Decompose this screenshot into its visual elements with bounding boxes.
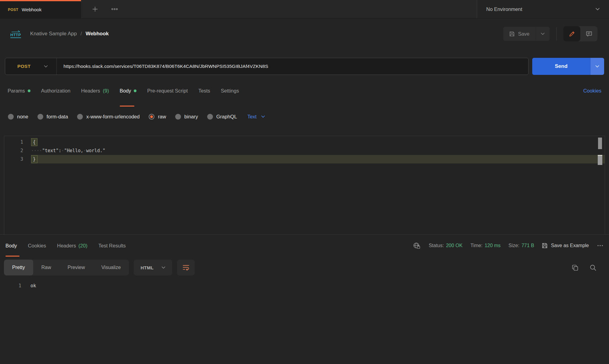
tab-body[interactable]: Body [120, 75, 137, 107]
response-options-button[interactable] [597, 244, 604, 247]
tab-params[interactable]: Params [8, 75, 30, 107]
response-section: Body Cookies Headers (20) Test Results S… [0, 234, 609, 290]
radio-x-www-form-urlencoded[interactable]: x-www-form-urlencoded [77, 114, 140, 120]
wrap-text-button[interactable] [177, 260, 195, 275]
doc-comment-toolbar [563, 26, 597, 41]
pencil-icon [569, 31, 575, 37]
save-icon [509, 31, 515, 37]
header-actions: Save [503, 26, 597, 41]
editor-line: 2 ····"text":·"Hello,·world." [4, 146, 605, 155]
tab-settings[interactable]: Settings [221, 75, 239, 107]
more-options-icon [597, 244, 604, 247]
breadcrumb: Knative Sample App / Webhook [30, 31, 109, 37]
radio-raw[interactable]: raw [149, 114, 166, 120]
tab-options-button[interactable] [111, 8, 118, 11]
request-header-row: HTTP Knative Sample App / Webhook Save [0, 19, 609, 49]
save-button[interactable]: Save [503, 27, 536, 41]
radio-circle-icon [8, 114, 14, 120]
send-options-button[interactable] [590, 58, 604, 75]
top-tab-bar: POST Webhook No Environment [0, 0, 609, 19]
search-button[interactable] [590, 264, 597, 271]
response-meta: Status: 200 OK Time: 120 ms Size: 771 B … [413, 242, 604, 249]
request-bar: POST https://hooks.slack.com/services/T0… [5, 58, 604, 75]
tab-headers[interactable]: Headers (9) [81, 75, 109, 107]
response-headers-count-badge: (20) [79, 243, 87, 249]
radio-circle-icon [207, 114, 213, 120]
editor-scrollbar[interactable] [598, 136, 602, 234]
new-tab-button[interactable] [91, 5, 99, 13]
response-tab-test-results[interactable]: Test Results [98, 235, 126, 257]
response-format-selector[interactable]: HTML [134, 260, 172, 275]
globe-lock-icon [413, 242, 421, 249]
environment-selector[interactable]: No Environment [477, 0, 609, 18]
plus-icon [91, 5, 99, 13]
green-dot-indicator [28, 89, 30, 92]
radio-binary[interactable]: binary [175, 114, 198, 120]
tab-pre-request-script[interactable]: Pre-request Script [147, 75, 188, 107]
chevron-down-icon [595, 65, 599, 68]
scrollbar-thumb[interactable] [598, 138, 602, 149]
scrollbar-cursor-marker [598, 155, 602, 165]
size-badge: Size: 771 B [508, 243, 534, 248]
editor-line-active: 3 } [4, 155, 605, 163]
whitespace-dots: ···· [31, 148, 42, 153]
chevron-down-icon [595, 8, 600, 11]
request-body-editor[interactable]: 1 { 2 ····"text":·"Hello,·world." 3 } [4, 136, 605, 234]
chevron-down-icon [261, 115, 265, 118]
response-body-text: ok [21, 282, 36, 290]
environment-label: No Environment [486, 6, 522, 12]
status-value: 200 OK [446, 243, 462, 248]
save-button-label: Save [518, 31, 529, 37]
tab-tests[interactable]: Tests [198, 75, 210, 107]
view-visualize-button[interactable]: Visualize [93, 260, 129, 275]
comment-icon [586, 31, 592, 37]
breadcrumb-collection[interactable]: Knative Sample App [30, 31, 77, 37]
bracket-match-highlight: { [31, 138, 37, 146]
editor-line: 1 { [4, 138, 605, 146]
response-actions [572, 264, 605, 271]
network-info-button[interactable] [413, 242, 421, 249]
tab-strip [81, 0, 477, 18]
view-raw-button[interactable]: Raw [33, 260, 59, 275]
headers-count-badge: (9) [103, 88, 109, 94]
time-value: 120 ms [485, 243, 501, 248]
url-input[interactable]: https://hooks.slack.com/services/T06TD83… [57, 64, 268, 69]
request-tab[interactable]: POST Webhook [0, 0, 81, 18]
breadcrumb-request-name[interactable]: Webhook [86, 31, 109, 37]
radio-selected-icon [150, 115, 153, 118]
http-request-icon: HTTP [10, 30, 21, 38]
tab-authorization[interactable]: Authorization [41, 75, 70, 107]
comments-button[interactable] [580, 26, 597, 41]
view-preview-button[interactable]: Preview [59, 260, 93, 275]
radio-circle-icon [175, 114, 181, 120]
copy-button[interactable] [572, 264, 579, 271]
method-selector[interactable]: POST [5, 58, 56, 75]
whitespace-dot: · [83, 148, 86, 153]
save-icon [542, 243, 547, 248]
response-tab-cookies[interactable]: Cookies [28, 235, 46, 257]
green-dot-indicator [134, 89, 136, 92]
response-tab-headers[interactable]: Headers (20) [57, 235, 87, 257]
line-number: 1 [0, 282, 21, 290]
radio-none[interactable]: none [8, 114, 28, 120]
cookies-link[interactable]: Cookies [583, 88, 601, 94]
save-options-button[interactable] [536, 27, 550, 41]
radio-graphql[interactable]: GraphQL [207, 114, 237, 120]
radio-form-data[interactable]: form-data [37, 114, 68, 120]
send-button[interactable]: Send [532, 58, 590, 75]
response-tabs: Body Cookies Headers (20) Test Results S… [0, 235, 609, 257]
wrap-text-icon [182, 264, 189, 271]
method-label: POST [17, 64, 30, 69]
raw-language-selector[interactable]: Text [247, 114, 265, 120]
search-icon [590, 264, 597, 271]
chevron-down-icon [541, 33, 545, 35]
tab-method-badge: POST [8, 8, 18, 12]
edit-request-button[interactable] [563, 26, 580, 41]
radio-circle-icon [77, 114, 83, 120]
save-as-example-button[interactable]: Save as Example [542, 243, 589, 248]
size-value: 771 B [522, 243, 534, 248]
view-pretty-button[interactable]: Pretty [4, 260, 33, 275]
response-tab-body[interactable]: Body [5, 235, 17, 257]
line-number: 3 [4, 155, 31, 163]
response-view-toolbar: Pretty Raw Preview Visualize HTML [4, 259, 605, 276]
